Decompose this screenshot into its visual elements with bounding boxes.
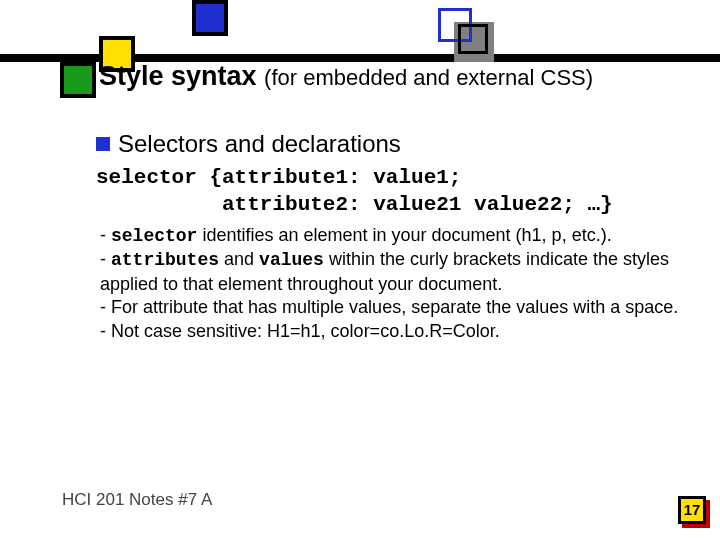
note-code: values: [259, 250, 324, 270]
footer-text: HCI 201 Notes #7 A: [62, 490, 212, 510]
note-code: selector: [111, 226, 197, 246]
note-text: identifies an element in your document (…: [197, 225, 611, 245]
subheading-row: Selectors and declarations: [96, 130, 401, 158]
title-main: Style syntax: [99, 61, 257, 91]
note-text: - Not case sensitive: H1=h1, color=co.Lo…: [100, 321, 500, 341]
decoration-square-green: [60, 62, 96, 98]
bullet-icon: [96, 137, 110, 151]
note-text: -: [100, 249, 111, 269]
page-number-badge: 17: [678, 496, 706, 524]
page-number: 17: [678, 496, 706, 524]
code-example: selector {attribute1: value1; attribute2…: [96, 164, 613, 219]
note-text: - For attribute that has multiple values…: [100, 297, 678, 317]
note-code: attributes: [111, 250, 219, 270]
decoration-square-blue: [192, 0, 228, 36]
note-text: and: [219, 249, 259, 269]
slide-title: Style syntax (for embedded and external …: [99, 62, 699, 92]
note-text: -: [100, 225, 111, 245]
decoration-square-outline-black: [458, 24, 488, 54]
title-paren: (for embedded and external CSS): [264, 65, 593, 90]
notes-block: - selector identifies an element in your…: [100, 224, 684, 343]
code-line-2: attribute2: value21 value22; …}: [96, 193, 613, 216]
subheading-text: Selectors and declarations: [118, 130, 401, 158]
code-line-1: selector {attribute1: value1;: [96, 166, 461, 189]
